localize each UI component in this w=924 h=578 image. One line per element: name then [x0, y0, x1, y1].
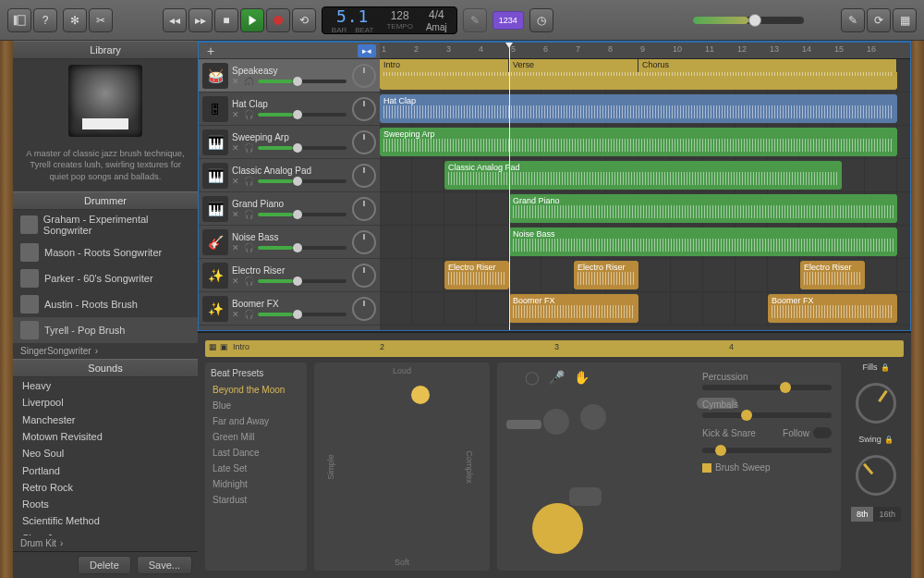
fills-knob[interactable]	[856, 383, 896, 424]
save-button[interactable]: Save...	[137, 556, 192, 574]
pan-knob[interactable]	[352, 64, 376, 88]
bar-ruler[interactable]: 12345678910111213141516	[380, 43, 910, 59]
track-volume-slider[interactable]	[258, 213, 346, 216]
kit-breadcrumb[interactable]: Drum Kit›	[13, 535, 198, 551]
hihat-icon[interactable]	[506, 420, 541, 429]
sound-item[interactable]: Manchester	[13, 412, 198, 428]
sound-item[interactable]: Portland	[13, 462, 198, 479]
drummer-item[interactable]: Tyrell - Pop Brush	[13, 317, 198, 343]
track-volume-slider[interactable]	[258, 313, 346, 316]
track-volume-slider[interactable]	[258, 146, 346, 150]
mute-icon[interactable]: ✕	[232, 177, 241, 186]
metronome-icon[interactable]: ◷	[529, 8, 553, 32]
mute-icon[interactable]: ✕	[232, 110, 241, 119]
drummer-item[interactable]: Mason - Roots Songwriter	[13, 240, 198, 265]
rewind-button[interactable]: ◂◂	[163, 8, 187, 32]
headphone-icon[interactable]: 🎧	[244, 210, 253, 219]
headphone-icon[interactable]: 🎧	[244, 143, 253, 153]
arrange-row[interactable]: Classic Analog Pad	[380, 159, 910, 192]
brush-sweep-checkbox[interactable]: Brush Sweep	[702, 462, 832, 473]
preset-item[interactable]: Midnight	[211, 476, 301, 492]
arrangement-marker[interactable]: Intro	[380, 59, 509, 72]
lcd-display[interactable]: 5.1BAR BEAT 128TEMPO 4/4Amaj	[322, 6, 457, 34]
follow-toggle[interactable]	[813, 427, 832, 438]
swing-resolution-toggle[interactable]: 8th16th	[851, 507, 901, 522]
kit-mode-icons[interactable]: ◯🎤✋	[525, 370, 590, 385]
mute-icon[interactable]: ✕	[232, 310, 241, 319]
mute-icon[interactable]: ✕	[232, 243, 241, 252]
percussion-slider[interactable]	[702, 385, 832, 390]
tom-icon[interactable]	[543, 409, 569, 435]
region[interactable]: Boomer FX	[509, 294, 638, 323]
preset-item[interactable]: Beyond the Moon	[211, 382, 301, 398]
track-header[interactable]: ✨Electro Riser✕🎧	[199, 259, 380, 292]
track-volume-slider[interactable]	[258, 80, 346, 83]
region[interactable]: Hat Clap	[380, 94, 897, 123]
pan-knob[interactable]	[352, 230, 376, 254]
cycle-button[interactable]: ⟲	[292, 8, 316, 32]
lock-icon[interactable]: 🔒	[881, 363, 890, 372]
editor-ruler[interactable]: ▦ ▣ Intro 2 3 4	[205, 340, 904, 357]
arrangement-marker-icon[interactable]: ▸◂	[358, 44, 376, 57]
track-header[interactable]: 🥁Speakeasy✕🎧	[199, 59, 380, 92]
region[interactable]: Classic Analog Pad	[444, 161, 842, 190]
pan-knob[interactable]	[352, 197, 376, 221]
scissors-icon[interactable]: ✂	[89, 8, 113, 32]
headphone-icon[interactable]: 🎧	[244, 110, 253, 119]
pan-knob[interactable]	[352, 130, 376, 154]
preset-item[interactable]: Stardust	[211, 492, 301, 508]
genre-breadcrumb[interactable]: SingerSongwriter›	[13, 343, 198, 359]
sound-item[interactable]: Scientific Method	[13, 512, 198, 529]
arrangement-marker[interactable]: Verse	[509, 59, 638, 72]
play-button[interactable]	[240, 8, 264, 32]
region[interactable]: Sweeping Arp	[380, 128, 897, 156]
preset-item[interactable]: Blue	[211, 398, 301, 413]
pan-knob[interactable]	[352, 297, 376, 321]
preset-item[interactable]: Far and Away	[211, 413, 301, 429]
sound-item[interactable]: Motown Revisited	[13, 428, 198, 445]
forward-button[interactable]: ▸▸	[188, 8, 213, 32]
track-header[interactable]: 🎸Noise Bass✕🎧	[199, 226, 380, 259]
playhead[interactable]	[509, 43, 510, 330]
sound-item[interactable]: Retro Rock	[13, 479, 198, 496]
track-header[interactable]: 🎹Sweeping Arp✕🎧	[199, 126, 380, 159]
region[interactable]: Grand Piano	[509, 194, 897, 223]
track-volume-slider[interactable]	[258, 113, 346, 117]
track-header[interactable]: 🎹Classic Analog Pad✕🎧	[199, 159, 380, 192]
track-volume-slider[interactable]	[258, 246, 346, 250]
mute-icon[interactable]: ✕	[232, 277, 241, 286]
stop-button[interactable]: ■	[214, 8, 238, 32]
notepad-icon[interactable]: ✎	[841, 8, 865, 32]
delete-button[interactable]: Delete	[78, 556, 131, 574]
pan-knob[interactable]	[352, 97, 376, 121]
drummer-item[interactable]: Austin - Roots Brush	[13, 291, 198, 317]
media-browser-icon[interactable]: ▦	[893, 8, 917, 32]
track-volume-slider[interactable]	[258, 179, 346, 183]
track-header[interactable]: ✨Boomer FX✕🎧	[199, 292, 380, 326]
record-button[interactable]	[266, 8, 290, 32]
preset-item[interactable]: Green Mill	[211, 429, 301, 445]
drummer-item[interactable]: Parker - 60's Songwriter	[13, 265, 198, 291]
track-header[interactable]: 🎹Grand Piano✕🎧	[199, 192, 380, 226]
arrange-row[interactable]: Boomer FXBoomer FX	[380, 292, 910, 326]
swing-knob[interactable]	[856, 455, 896, 496]
pan-knob[interactable]	[352, 264, 376, 288]
headphone-icon[interactable]: 🎧	[244, 243, 253, 252]
settings-icon[interactable]: ✻	[63, 8, 87, 32]
arrangement-marker[interactable]: Chorus	[638, 59, 897, 72]
mute-icon[interactable]: ✕	[232, 143, 241, 153]
kick-drum-icon[interactable]	[532, 503, 583, 554]
snare-drum-icon[interactable]	[569, 487, 602, 506]
sound-item[interactable]: Neo Soul	[13, 445, 198, 461]
region[interactable]: Boomer FX	[768, 294, 897, 323]
mute-icon[interactable]: ✕	[232, 210, 241, 219]
pan-knob[interactable]	[352, 164, 376, 188]
headphone-icon[interactable]: 🎧	[244, 177, 253, 186]
lock-icon[interactable]: 🔒	[884, 436, 894, 444]
track-header[interactable]: 🎛Hat Clap✕🎧	[199, 92, 380, 126]
region[interactable]: Electro Riser	[444, 261, 509, 289]
arrangement-area[interactable]: 12345678910111213141516 IntroVerseChorus…	[380, 43, 910, 330]
arrange-row[interactable]: Electro RiserElectro RiserElectro Riser	[380, 259, 910, 292]
sound-item[interactable]: Liverpool	[13, 394, 198, 411]
mute-icon[interactable]: ✕	[232, 77, 241, 86]
